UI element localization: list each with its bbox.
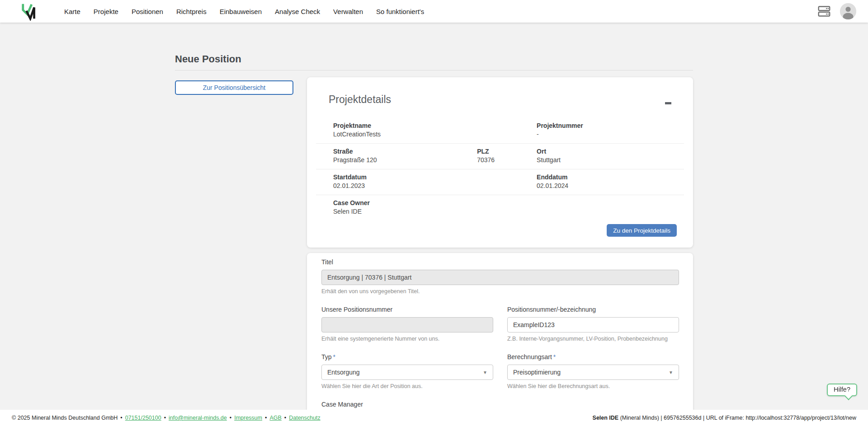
chevron-down-icon: ▼: [669, 370, 673, 375]
collapse-button[interactable]: [662, 97, 674, 109]
our-position-number-helper-text: Erhält eine systemgenerierte Nummer von …: [321, 336, 493, 342]
agb-link[interactable]: AGB: [269, 415, 281, 421]
field-value: Pragstraße 120: [333, 156, 477, 164]
table-row: Projektname LotCreationTests Projektnumm…: [316, 118, 684, 143]
left-column: Zur Positionsübersicht: [175, 77, 307, 95]
nav-item-richtpreis[interactable]: Richtpreis: [176, 8, 207, 15]
required-asterisk: *: [333, 353, 335, 360]
page-footer: © 2025 Mineral Minds Deutschland GmbH • …: [0, 410, 868, 426]
main-nav: Karte Projekte Positionen Richtpreis Ein…: [64, 8, 424, 15]
session-user: Selen IDE: [593, 415, 619, 421]
nav-item-positionen[interactable]: Positionen: [132, 8, 163, 15]
page-title: Neue Position: [175, 53, 693, 65]
position-number-group: Positionsnummer/-bezeichnung Z.B. Intern…: [507, 306, 679, 342]
user-avatar[interactable]: [840, 3, 856, 19]
nav-item-karte[interactable]: Karte: [64, 8, 80, 15]
phone-link[interactable]: 07151/250100: [125, 415, 161, 421]
berechnungsart-helper-text: Wählen Sie hier die Berechnungsart aus.: [507, 383, 679, 389]
title-divider: [175, 70, 693, 70]
titel-label: Titel: [321, 258, 679, 266]
berechnungsart-group: Berechnungsart* Preisoptimierung ▼ Wähle…: [507, 353, 679, 389]
berechnungsart-select[interactable]: Preisoptimierung ▼: [507, 365, 679, 380]
field-value: Stuttgart: [537, 156, 684, 164]
table-row: Straße Pragstraße 120 PLZ 70376 Ort Stut…: [316, 143, 684, 169]
go-to-project-details-button[interactable]: Zu den Projektdetails: [607, 224, 677, 237]
case-manager-label: Case Manager: [321, 401, 493, 408]
email-link[interactable]: info@mineral-minds.de: [169, 415, 227, 421]
field-value: -: [537, 130, 684, 139]
field-label: Enddatum: [537, 173, 684, 182]
our-position-number-group: Unsere Positionsnummer Erhält eine syste…: [321, 306, 493, 342]
server-icon[interactable]: [817, 5, 831, 18]
position-number-label: Positionsnummer/-bezeichnung: [507, 306, 679, 313]
berechnungsart-selected-value: Preisoptimierung: [513, 369, 561, 376]
typ-selected-value: Entsorgung: [327, 369, 360, 376]
field-value: 02.01.2023: [333, 182, 477, 190]
typ-helper-text: Wählen Sie hier die Art der Position aus…: [321, 383, 493, 389]
required-asterisk: *: [553, 353, 556, 360]
titel-input: [321, 270, 679, 285]
datenschutz-link[interactable]: Datenschutz: [289, 415, 320, 421]
table-row: Case Owner Selen IDE: [316, 195, 684, 220]
field-label: Case Owner: [333, 199, 477, 207]
field-label: Projektnummer: [537, 122, 684, 130]
position-number-input[interactable]: [507, 317, 679, 332]
project-details-title: Projektdetails: [329, 94, 391, 106]
impressum-link[interactable]: Impressum: [234, 415, 262, 421]
typ-select[interactable]: Entsorgung ▼: [321, 365, 493, 380]
chevron-down-icon: ▼: [483, 370, 487, 375]
session-info: Selen IDE (Mineral Minds) | 69576255536d…: [593, 415, 856, 421]
back-to-positions-button[interactable]: Zur Positionsübersicht: [175, 80, 293, 95]
top-navbar: Karte Projekte Positionen Richtpreis Ein…: [0, 0, 868, 23]
field-value: LotCreationTests: [333, 130, 477, 139]
field-label: Startdatum: [333, 173, 477, 182]
field-label: PLZ: [477, 147, 537, 156]
nav-item-so-funktionierts[interactable]: So funktioniert's: [376, 8, 424, 15]
table-row: Startdatum 02.01.2023 Enddatum 02.01.202…: [316, 169, 684, 195]
titel-helper-text: Erhält den von uns vorgegebenen Titel.: [321, 288, 679, 295]
minus-icon: [665, 102, 671, 104]
field-label: Projektname: [333, 122, 477, 130]
help-button[interactable]: Hilfe?: [827, 384, 857, 396]
our-position-number-input: [321, 317, 493, 332]
our-position-number-label: Unsere Positionsnummer: [321, 306, 493, 313]
field-value: 70376: [477, 156, 537, 164]
titel-group: Titel Erhält den von uns vorgegebenen Ti…: [321, 258, 679, 295]
main-content: Neue Position Zur Positionsübersicht Pro…: [175, 23, 693, 426]
project-details-table: Projektname LotCreationTests Projektnumm…: [316, 118, 684, 220]
nav-item-projekte[interactable]: Projekte: [94, 8, 118, 15]
new-position-form-card: Titel Erhält den von uns vorgegebenen Ti…: [307, 253, 693, 426]
typ-group: Typ* Entsorgung ▼ Wählen Sie hier die Ar…: [321, 353, 493, 389]
field-value: Selen IDE: [333, 207, 477, 216]
mineral-minds-logo-icon[interactable]: [21, 2, 40, 21]
field-label: Ort: [537, 147, 684, 156]
typ-label: Typ*: [321, 353, 493, 360]
field-value: 02.01.2024: [537, 182, 684, 190]
nav-item-einbauweisen[interactable]: Einbauweisen: [220, 8, 262, 15]
position-number-helper-text: Z.B. Interne-Vorgangsnummer, LV-Position…: [507, 336, 679, 342]
berechnungsart-label: Berechnungsart*: [507, 353, 679, 360]
nav-item-analyse-check[interactable]: Analyse Check: [275, 8, 320, 15]
project-details-card: Projektdetails Projektname LotCreationTe…: [307, 77, 693, 248]
copyright-text: © 2025 Mineral Minds Deutschland GmbH: [12, 415, 118, 421]
field-label: Straße: [333, 147, 477, 156]
nav-item-verwalten[interactable]: Verwalten: [333, 8, 363, 15]
